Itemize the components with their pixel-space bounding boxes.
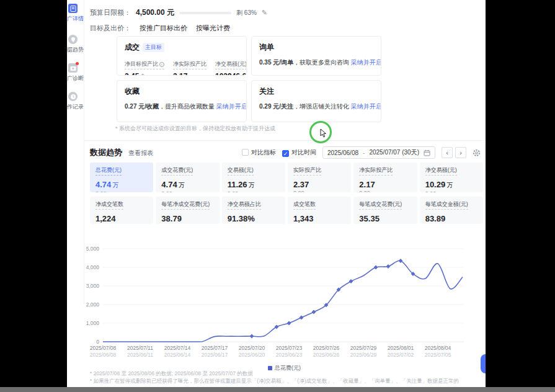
metric-label: 净成交笔数 bbox=[95, 200, 123, 210]
rail-item-label: 广诊断 bbox=[67, 74, 84, 82]
rail-item-2[interactable]: 据趋势 bbox=[67, 35, 84, 54]
goal-card-follow: 关注 0.29 元/关注，增强店铺关注转化 采纳并开启 bbox=[251, 80, 381, 122]
click-highlight-ring bbox=[309, 121, 332, 143]
svg-text:2025/07/02: 2025/07/02 bbox=[388, 352, 414, 358]
metric-label: 交易额(元) bbox=[228, 166, 254, 176]
metric-label: 总花费(元) bbox=[95, 166, 122, 176]
pin-icon bbox=[68, 35, 78, 44]
budget-remaining: 剩 63% bbox=[236, 9, 257, 17]
rail-item-1[interactable]: 广详情 bbox=[67, 4, 84, 23]
promotion-detail-panel: 广详情据趋势广诊断作记录 预算日限额： 4,500.00 元 剩 63% ✎ 目… bbox=[67, 0, 486, 387]
date-end[interactable]: 2025/07/07 (30天) bbox=[369, 148, 419, 157]
metric-card-10[interactable]: 成交笔数1,3430 bbox=[288, 197, 351, 224]
metric-compare-value: 0.00 bbox=[95, 190, 148, 192]
compare-metric-checkbox[interactable]: 对比指标 bbox=[242, 148, 276, 157]
feedback-handle[interactable] bbox=[481, 354, 486, 373]
metric-value: 4.74万 bbox=[95, 180, 148, 190]
deal-title-text: 成交 bbox=[125, 42, 140, 53]
metric-card-12[interactable]: 每笔成交金额(元)83.890.00 bbox=[420, 197, 483, 224]
svg-text:2025/06/26: 2025/06/26 bbox=[313, 352, 340, 358]
edit-budget-icon[interactable]: ✎ bbox=[262, 9, 267, 17]
adopt-favorite-link[interactable]: 采纳并开启 bbox=[216, 103, 247, 110]
daily-budget-row: 预算日限额： 4,500.00 元 剩 63% ✎ bbox=[90, 7, 267, 18]
main-goal-badge: 主目标 bbox=[143, 43, 164, 52]
bottom-edge-strip bbox=[0, 387, 555, 392]
metric-label: 每笔净成交花费(元) bbox=[161, 200, 210, 210]
goal-card-favorite: 收藏 0.27 元/收藏，提升商品收藏数量 采纳并开启 bbox=[117, 80, 247, 122]
goal-note: * 系统会尽可能达成你设置的目标，保持稳定投放有助于提升达成 bbox=[115, 125, 275, 133]
svg-text:2025/06/20: 2025/06/20 bbox=[239, 352, 265, 358]
metric-card-6[interactable]: 净交易额(元)10.29万0.00 bbox=[420, 163, 483, 192]
svg-text:2025/08/04: 2025/08/04 bbox=[425, 345, 451, 351]
trend-chart: 01,0002,0003,0004,0005,0002025/07/082025… bbox=[84, 238, 484, 369]
metric-label: 每笔成交金额(元) bbox=[425, 200, 468, 210]
rail-item-label: 广详情 bbox=[67, 15, 84, 23]
metric-card-11[interactable]: 每笔成交花费(元)35.350.00 bbox=[353, 197, 417, 224]
metric-compare-value: 0.00 bbox=[359, 190, 411, 192]
deal-card-title: 成交 主目标 bbox=[125, 42, 239, 53]
checkbox-unchecked-icon[interactable] bbox=[242, 149, 249, 156]
settings-gear-icon[interactable] bbox=[473, 149, 481, 157]
goal-card-deal: 成交 主目标 净目标投产比i 2.45✎ 净实际投产比 2.17 净交易额(元)… bbox=[117, 36, 247, 76]
next-period-button[interactable]: › bbox=[455, 147, 466, 158]
svg-text:2025/07/26: 2025/07/26 bbox=[313, 345, 340, 351]
camera-icon bbox=[68, 63, 78, 73]
metric-card-8[interactable]: 每笔净成交花费(元)38.790.00 bbox=[156, 197, 219, 224]
doc-icon bbox=[68, 4, 78, 13]
date-range-picker[interactable]: 2025/06/08 - 2025/07/07 (30天) bbox=[322, 146, 435, 159]
svg-text:2025/07/23: 2025/07/23 bbox=[276, 345, 303, 351]
metric-card-2[interactable]: 成交花费(元)4.74万0.00 bbox=[156, 163, 219, 192]
date-start[interactable]: 2025/06/08 bbox=[327, 149, 358, 156]
metric-value: 11.26万 bbox=[228, 180, 280, 190]
trend-chart-svg: 01,0002,0003,0004,0005,0002025/07/082025… bbox=[84, 238, 484, 369]
metric-card-4[interactable]: 实际投产比2.370.00 bbox=[288, 163, 351, 192]
metric-card-9[interactable]: 净交易额占比91.38%0.00% bbox=[222, 197, 285, 224]
calendar-icon[interactable] bbox=[424, 149, 430, 156]
bid-billing: 按曝光计费 bbox=[196, 24, 230, 33]
section-divider bbox=[67, 140, 486, 141]
checkbox-checked-icon[interactable]: ✓ bbox=[282, 150, 289, 157]
metric-card-3[interactable]: 交易额(元)11.26万0.00 bbox=[222, 163, 285, 192]
svg-text:2025/07/05: 2025/07/05 bbox=[425, 352, 451, 358]
bid-row: 目标及出价： 按推广目标出价 按曝光计费 bbox=[90, 24, 230, 33]
svg-text:2025/07/11: 2025/07/11 bbox=[127, 345, 153, 351]
legend-swatch bbox=[268, 366, 272, 370]
svg-text:2025/06/29: 2025/06/29 bbox=[350, 352, 377, 358]
prev-period-button[interactable]: ‹ bbox=[442, 147, 453, 158]
rail-item-4[interactable]: 作记录 bbox=[67, 92, 84, 111]
view-report-link[interactable]: 查看报表 bbox=[128, 149, 153, 158]
metric-value: 35.35 bbox=[359, 214, 411, 223]
svg-text:5,000: 5,000 bbox=[86, 246, 100, 252]
inquiry-card-title: 询单 bbox=[259, 42, 373, 53]
adopt-inquiry-link[interactable]: 采纳并开启 bbox=[351, 59, 381, 66]
svg-text:3,000: 3,000 bbox=[86, 283, 100, 289]
goal-card-inquiry: 询单 0.35 元/询单，获取更多意向咨询 采纳并开启 bbox=[251, 36, 381, 76]
rail-item-3[interactable]: 广诊断 bbox=[67, 63, 84, 82]
metric-compare-value: 0.00 bbox=[293, 190, 345, 192]
metric-compare-value: 0.00 bbox=[161, 190, 213, 192]
deal-metric-net-gmv: 净交易额(元) 102946.60 bbox=[215, 57, 247, 76]
adopt-follow-link[interactable]: 采纳并开启 bbox=[351, 103, 381, 110]
budget-label: 预算日限额： bbox=[90, 8, 131, 17]
rail-item-label: 据趋势 bbox=[67, 46, 84, 54]
metric-card-1[interactable]: 总花费(元)4.74万0.00 bbox=[90, 163, 153, 192]
footnote-1: * 2025/07/08 至 2025/08/06 的数据; 2025/06/0… bbox=[90, 370, 253, 378]
svg-text:2025/07/29: 2025/07/29 bbox=[350, 345, 377, 351]
svg-text:2025/06/14: 2025/06/14 bbox=[164, 352, 191, 358]
info-icon[interactable]: i bbox=[159, 62, 164, 67]
legend-label: 总花费(元) bbox=[275, 365, 301, 371]
metric-value: 10.29万 bbox=[425, 180, 477, 190]
metric-card-7[interactable]: 净成交笔数1,2240 bbox=[90, 197, 153, 224]
metric-value: 38.79 bbox=[161, 214, 213, 223]
compare-time-checkbox[interactable]: ✓对比时间 bbox=[282, 148, 316, 157]
metric-card-5[interactable]: 净实际投产比2.170.00 bbox=[353, 163, 417, 192]
svg-text:1,000: 1,000 bbox=[86, 320, 100, 326]
metric-label: 成交笔数 bbox=[293, 200, 316, 210]
svg-text:2025/07/08: 2025/07/08 bbox=[90, 345, 117, 351]
metric-card-grid: 总花费(元)4.74万0.00成交花费(元)4.74万0.00交易额(元)11.… bbox=[90, 163, 483, 224]
svg-text:2025/06/11: 2025/06/11 bbox=[127, 352, 153, 358]
svg-text:0: 0 bbox=[96, 339, 99, 345]
edit-roi-icon[interactable]: ✎ bbox=[141, 73, 146, 76]
metric-value: 91.38% bbox=[228, 214, 280, 223]
svg-text:2025/07/20: 2025/07/20 bbox=[239, 345, 265, 351]
